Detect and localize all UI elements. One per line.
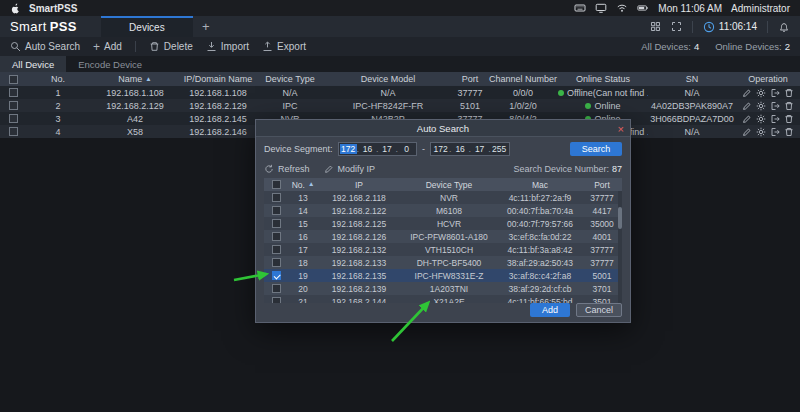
ip-octet[interactable]: 16 — [359, 144, 376, 154]
scrollbar-track[interactable] — [618, 191, 622, 303]
logout-icon[interactable] — [770, 88, 780, 98]
search-result-row[interactable]: 17192.168.2.132VTH1510CH4c:11:bf:3a:a8:4… — [264, 243, 622, 256]
wifi-icon[interactable] — [616, 2, 628, 14]
ip-octet[interactable]: 255 — [491, 144, 508, 154]
delete-icon[interactable] — [784, 114, 794, 124]
modal-column-header[interactable]: IP — [318, 178, 400, 191]
edit-icon[interactable] — [742, 114, 752, 124]
tab-all-device[interactable]: All Device — [0, 56, 66, 72]
delete-icon[interactable] — [784, 101, 794, 111]
search-row-checkbox[interactable] — [272, 245, 281, 254]
ip-octet[interactable]: 172 — [340, 144, 357, 154]
settings-icon[interactable] — [756, 101, 766, 111]
menubar-clock[interactable]: Mon 11:06 AM — [658, 3, 722, 14]
search-row-checkbox[interactable] — [272, 284, 281, 293]
column-header[interactable]: Operation — [736, 72, 800, 86]
search-row-checkbox[interactable] — [272, 219, 281, 228]
ip-octet[interactable]: 16 — [452, 144, 469, 154]
alarm-bell-icon[interactable] — [778, 21, 790, 33]
device-counts: All Devices:4 Online Devices:2 — [641, 41, 790, 52]
delete-icon[interactable] — [784, 88, 794, 98]
delete-icon[interactable] — [784, 127, 794, 137]
search-result-row[interactable]: 18192.168.2.133DH-TPC-BF540038:af:29:a2:… — [264, 256, 622, 269]
cell-ip: 192.168.2.122 — [318, 204, 400, 217]
close-icon[interactable]: × — [618, 120, 624, 137]
search-row-checkbox[interactable] — [272, 193, 281, 202]
battery-icon[interactable] — [637, 2, 649, 14]
ip-octet[interactable]: 17 — [471, 144, 488, 154]
edit-icon[interactable] — [742, 101, 752, 111]
search-row-checkbox[interactable] — [272, 297, 281, 303]
display-icon[interactable] — [595, 2, 607, 14]
modify-ip-button[interactable]: Modify IP — [324, 164, 376, 174]
logout-icon[interactable] — [770, 101, 780, 111]
device-row[interactable]: 2192.168.2.129192.168.2.129IPCIPC-HF8242… — [0, 99, 800, 112]
search-result-row[interactable]: 15192.168.2.125HCVR00:40:7f:79:57:663500… — [264, 217, 622, 230]
column-header[interactable]: Port — [452, 72, 488, 86]
search-row-checkbox[interactable] — [272, 232, 281, 241]
search-result-row[interactable]: 20192.168.2.1391A203TNI38:af:29:2d:cf:cb… — [264, 282, 622, 295]
dialog-titlebar[interactable]: Auto Search × — [256, 120, 630, 137]
grid-menu-icon[interactable] — [650, 21, 661, 32]
refresh-button[interactable]: Refresh — [264, 164, 310, 174]
search-row-checkbox[interactable] — [272, 271, 281, 280]
modal-column-header[interactable]: Port — [582, 178, 622, 191]
modal-select-all-checkbox[interactable] — [272, 180, 281, 189]
search-row-checkbox[interactable] — [272, 258, 281, 267]
search-result-row[interactable]: 14192.168.2.122M610800:40:7f:ba:70:4a441… — [264, 204, 622, 217]
ip-octet[interactable]: 17 — [379, 144, 396, 154]
search-button[interactable]: Search — [570, 142, 622, 156]
column-header[interactable]: IP/Domain Name — [180, 72, 256, 86]
ip-octet[interactable]: 0 — [398, 144, 415, 154]
select-all-checkbox[interactable] — [9, 75, 18, 84]
modal-column-header[interactable]: No.▲ — [288, 178, 318, 191]
import-button[interactable]: Import — [206, 41, 249, 52]
menubar-user[interactable]: Administrator — [731, 3, 790, 14]
modal-add-button[interactable]: Add — [530, 303, 570, 317]
apple-logo-icon[interactable] — [10, 3, 21, 14]
logout-icon[interactable] — [770, 127, 780, 137]
column-header[interactable]: Online Status — [558, 72, 648, 86]
column-header[interactable]: Channel Number — [488, 72, 558, 86]
modal-column-header[interactable]: Mac — [498, 178, 582, 191]
cell-ip: 192.168.2.146 — [180, 125, 256, 138]
row-checkbox[interactable] — [9, 127, 18, 136]
search-result-row[interactable]: 21192.168.2.144X21A2E4c:11:bf:66:55:bd35… — [264, 295, 622, 303]
column-header[interactable]: Device Type — [256, 72, 324, 86]
add-device-button[interactable]: + Add — [93, 41, 122, 52]
column-header[interactable]: SN — [648, 72, 736, 86]
search-result-row[interactable]: 19192.168.2.135IPC-HFW8331E-Z3c:af:8c:c4… — [264, 269, 622, 282]
tab-encode-device[interactable]: Encode Device — [66, 56, 154, 72]
search-row-checkbox[interactable] — [272, 206, 281, 215]
tab-devices[interactable]: Devices — [101, 16, 193, 37]
device-row[interactable]: 1192.168.1.108192.168.1.108N/AN/A377770/… — [0, 86, 800, 99]
settings-icon[interactable] — [756, 88, 766, 98]
cell-no: 4 — [26, 125, 90, 138]
scrollbar-thumb[interactable] — [618, 207, 622, 229]
modal-cancel-button[interactable]: Cancel — [576, 303, 622, 317]
fullscreen-icon[interactable] — [671, 21, 682, 32]
ip-octet[interactable]: 172 — [432, 144, 449, 154]
new-tab-button[interactable]: + — [193, 16, 219, 37]
column-header[interactable]: No. — [26, 72, 90, 86]
column-header[interactable]: Name▲ — [90, 72, 180, 86]
row-checkbox[interactable] — [9, 101, 18, 110]
edit-icon[interactable] — [742, 127, 752, 137]
menubar-app-name[interactable]: SmartPSS — [29, 3, 77, 14]
column-header[interactable]: Device Model — [324, 72, 452, 86]
export-button[interactable]: Export — [262, 41, 306, 52]
modal-column-header[interactable]: Device Type — [400, 178, 498, 191]
logout-icon[interactable] — [770, 114, 780, 124]
row-checkbox[interactable] — [9, 114, 18, 123]
row-checkbox[interactable] — [9, 88, 18, 97]
edit-icon[interactable] — [742, 88, 752, 98]
settings-icon[interactable] — [756, 127, 766, 137]
keyboard-icon[interactable] — [574, 2, 586, 14]
search-result-row[interactable]: 13192.168.2.118NVR4c:11:bf:27:2a:f937777 — [264, 191, 622, 204]
auto-search-button[interactable]: Auto Search — [10, 41, 80, 52]
segment-end-input[interactable]: 172.16.17.255 — [430, 142, 510, 156]
segment-start-input[interactable]: 172.16.17.0 — [338, 142, 418, 156]
settings-icon[interactable] — [756, 114, 766, 124]
search-result-row[interactable]: 16192.168.2.126IPC-PFW8601-A1803c:ef:8c:… — [264, 230, 622, 243]
delete-device-button[interactable]: Delete — [149, 41, 193, 52]
